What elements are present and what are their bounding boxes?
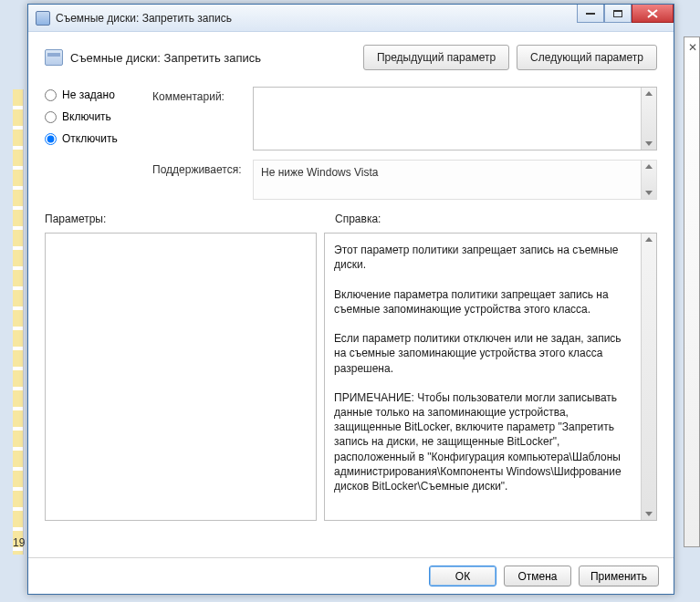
maximize-button[interactable] <box>604 5 632 23</box>
next-setting-button[interactable]: Следующий параметр <box>517 45 657 70</box>
titlebar[interactable]: Съемные диски: Запретить запись <box>28 5 674 32</box>
help-text: Этот параметр политики запрещает запись … <box>325 234 656 503</box>
supported-field: Не ниже Windows Vista <box>253 160 657 200</box>
app-icon <box>36 11 50 26</box>
policy-dialog: Съемные диски: Запретить запись Съемные … <box>27 4 674 595</box>
page-title: Съемные диски: Запретить запись <box>70 51 261 65</box>
ok-button[interactable]: ОК <box>429 566 496 586</box>
options-label: Параметры: <box>45 213 335 225</box>
close-icon <box>647 9 658 18</box>
radio-enabled[interactable]: Включить <box>45 110 136 123</box>
scrollbar[interactable] <box>641 234 656 520</box>
scrollbar[interactable] <box>641 161 656 199</box>
radio-not-configured-label: Не задано <box>62 88 115 101</box>
options-panel <box>45 233 317 521</box>
minimize-button[interactable] <box>577 5 604 23</box>
radio-not-configured[interactable]: Не задано <box>45 88 136 101</box>
supported-value: Не ниже Windows Vista <box>261 166 379 179</box>
apply-button[interactable]: Применить <box>579 566 659 586</box>
background-sidebar <box>13 89 24 555</box>
background-close-icon: ✕ <box>688 41 697 54</box>
dialog-footer: ОК Отмена Применить <box>28 557 674 594</box>
radio-enabled-label: Включить <box>62 110 111 123</box>
radio-disabled[interactable]: Отключить <box>45 132 136 145</box>
policy-icon <box>45 49 63 66</box>
supported-label: Поддерживается: <box>152 160 246 176</box>
scrollbar[interactable] <box>641 88 656 150</box>
help-panel: Этот параметр политики запрещает запись … <box>324 233 657 521</box>
background-status: 19 <box>13 536 25 549</box>
close-button[interactable] <box>632 5 674 23</box>
state-radiogroup: Не задано Включить Отключить <box>45 87 136 200</box>
window-title: Съемные диски: Запретить запись <box>56 12 232 25</box>
cancel-button[interactable]: Отмена <box>504 566 571 586</box>
radio-disabled-label: Отключить <box>62 132 118 145</box>
help-label: Справка: <box>335 213 381 225</box>
radio-not-configured-input[interactable] <box>45 89 57 101</box>
comment-textarea[interactable] <box>253 87 657 150</box>
radio-enabled-input[interactable] <box>45 111 57 123</box>
comment-label: Комментарий: <box>152 87 246 103</box>
radio-disabled-input[interactable] <box>45 133 57 145</box>
background-panel: ✕ <box>684 36 700 547</box>
previous-setting-button[interactable]: Предыдущий параметр <box>363 45 509 70</box>
